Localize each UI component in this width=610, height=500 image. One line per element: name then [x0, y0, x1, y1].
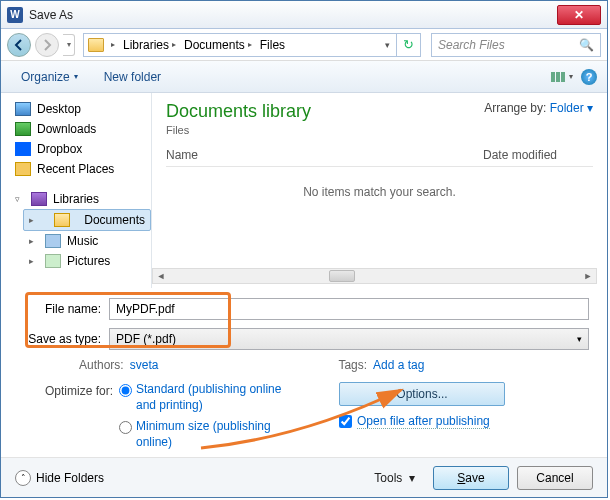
horizontal-scrollbar[interactable]: ◄ ► [152, 268, 597, 284]
tools-menu[interactable]: Tools ▾ [374, 471, 425, 485]
form-area: File name: Save as type: PDF (*.pdf)▾ Au… [1, 288, 607, 460]
tags-label: Tags: [338, 358, 367, 372]
scroll-left-icon[interactable]: ◄ [153, 271, 169, 281]
documents-icon [54, 213, 70, 227]
back-arrow-icon [13, 39, 25, 51]
library-title: Documents library [166, 101, 311, 122]
chevron-up-icon: ˄ [15, 470, 31, 486]
sidebar-item-music[interactable]: ▸Music [23, 231, 151, 251]
help-button[interactable]: ? [581, 69, 597, 85]
sidebar-item-downloads[interactable]: Downloads [9, 119, 151, 139]
pictures-icon [45, 254, 61, 268]
music-icon [45, 234, 61, 248]
organize-button[interactable]: Organize ▾ [11, 66, 88, 88]
breadcrumb-documents[interactable]: Documents [184, 38, 245, 52]
filename-input[interactable] [109, 298, 589, 320]
breadcrumb-files[interactable]: Files [260, 38, 285, 52]
address-dropdown[interactable]: ▾ [379, 40, 396, 50]
savetype-label: Save as type: [19, 332, 109, 346]
title-bar: W Save As ✕ [1, 1, 607, 29]
nav-history-dropdown[interactable]: ▾ [63, 34, 75, 56]
sidebar-item-desktop[interactable]: Desktop [9, 99, 151, 119]
back-button[interactable] [7, 33, 31, 57]
save-as-dialog: W Save As ✕ ▾ ▸ Libraries▸ Documents▸ Fi… [0, 0, 608, 498]
hide-folders-button[interactable]: ˄ Hide Folders [15, 470, 104, 486]
word-app-icon: W [7, 7, 23, 23]
open-after-checkbox[interactable]: Open file after publishing [339, 414, 589, 429]
open-after-label: Open file after publishing [357, 414, 490, 429]
filename-label: File name: [19, 302, 109, 316]
sidebar-libraries-header[interactable]: ▿Libraries [9, 189, 151, 209]
sidebar-item-recent[interactable]: Recent Places [9, 159, 151, 179]
desktop-icon [15, 102, 31, 116]
close-button[interactable]: ✕ [557, 5, 601, 25]
optimize-label: Optimize for: [19, 382, 119, 398]
window-title: Save As [29, 8, 557, 22]
search-icon: 🔍 [579, 38, 594, 52]
authors-value[interactable]: sveta [130, 358, 159, 372]
file-list-area: Documents library Files Arrange by: Fold… [151, 93, 607, 288]
open-after-input[interactable] [339, 415, 352, 428]
forward-arrow-icon [41, 39, 53, 51]
radio-minimum[interactable]: Minimum size (publishing online) [119, 419, 296, 450]
scroll-right-icon[interactable]: ► [580, 271, 596, 281]
folder-icon [88, 38, 104, 52]
navigation-bar: ▾ ▸ Libraries▸ Documents▸ Files ▾ ↻ Sear… [1, 29, 607, 61]
search-placeholder: Search Files [438, 38, 505, 52]
savetype-select[interactable]: PDF (*.pdf)▾ [109, 328, 589, 350]
column-date[interactable]: Date modified [483, 148, 593, 162]
footer: ˄ Hide Folders Tools ▾ Save Cancel [1, 457, 607, 497]
radio-standard-input[interactable] [119, 384, 132, 397]
recent-icon [15, 162, 31, 176]
toolbar: Organize ▾ New folder ▾ ? [1, 61, 607, 93]
authors-label: Authors: [79, 358, 124, 372]
downloads-icon [15, 122, 31, 136]
libraries-icon [31, 192, 47, 206]
dropbox-icon [15, 142, 31, 156]
radio-standard[interactable]: Standard (publishing online and printing… [119, 382, 296, 413]
search-input[interactable]: Search Files 🔍 [431, 33, 601, 57]
library-subtitle: Files [166, 124, 311, 136]
sidebar-item-dropbox[interactable]: Dropbox [9, 139, 151, 159]
forward-button[interactable] [35, 33, 59, 57]
view-mode-button[interactable]: ▾ [551, 72, 573, 82]
sidebar-item-documents[interactable]: ▸Documents [23, 209, 151, 231]
scroll-thumb[interactable] [329, 270, 355, 282]
arrange-by[interactable]: Arrange by: Folder ▾ [484, 101, 593, 115]
new-folder-button[interactable]: New folder [94, 66, 171, 88]
address-bar[interactable]: ▸ Libraries▸ Documents▸ Files ▾ ↻ [83, 33, 421, 57]
sidebar: Desktop Downloads Dropbox Recent Places … [1, 93, 151, 288]
sidebar-item-pictures[interactable]: ▸Pictures [23, 251, 151, 271]
refresh-button[interactable]: ↻ [396, 33, 420, 57]
options-button[interactable]: Options... [339, 382, 505, 406]
radio-minimum-input[interactable] [119, 421, 132, 434]
empty-message: No items match your search. [166, 185, 593, 199]
save-button[interactable]: Save [433, 466, 509, 490]
breadcrumb-libraries[interactable]: Libraries [123, 38, 169, 52]
column-headers[interactable]: Name Date modified [166, 148, 593, 167]
cancel-button[interactable]: Cancel [517, 466, 593, 490]
tags-value[interactable]: Add a tag [373, 358, 424, 372]
column-name[interactable]: Name [166, 148, 483, 162]
